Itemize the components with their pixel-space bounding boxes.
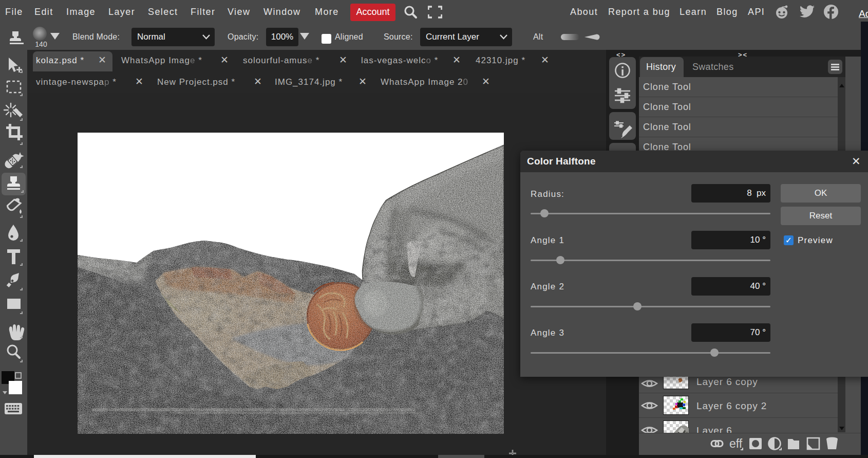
svg-text:eff: eff (729, 437, 743, 450)
